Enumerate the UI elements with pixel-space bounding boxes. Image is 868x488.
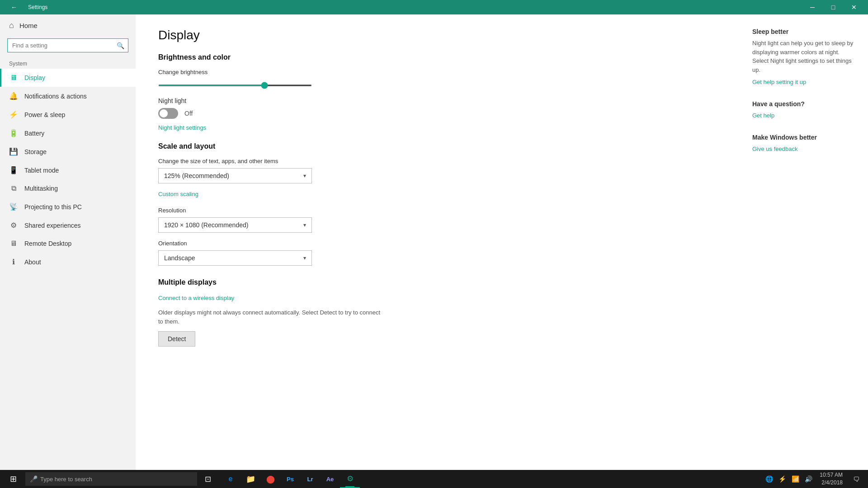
scale-section-title: Scale and layout	[158, 142, 719, 150]
night-light-toggle[interactable]	[158, 108, 178, 119]
taskbar-clock[interactable]: 10:57 AM 2/4/2018	[816, 471, 846, 487]
sidebar-item-remote[interactable]: 🖥 Remote Desktop	[0, 235, 136, 253]
notification-icon: 🗨	[853, 475, 860, 483]
resolution-dropdown[interactable]: 868 × 488 (Recommended) ▾	[158, 217, 312, 233]
detect-button[interactable]: Detect	[158, 331, 195, 347]
night-light-toggle-row: Off	[158, 108, 719, 119]
get-help-link[interactable]: Get help	[752, 112, 774, 119]
sidebar-item-multitasking-label: Multitasking	[24, 185, 58, 192]
sidebar-item-storage[interactable]: 💾 Storage	[0, 142, 136, 161]
night-light-state-label: Off	[184, 110, 193, 117]
main-content: Display Brightness and color Change brig…	[136, 14, 741, 470]
notification-center-button[interactable]: 🗨	[848, 470, 864, 488]
sidebar-item-about-label: About	[24, 258, 41, 266]
connect-wireless-link[interactable]: Connect to a wireless display	[158, 295, 234, 301]
brightness-section-title: Brightness and color	[158, 53, 719, 61]
page-title: Display	[158, 28, 719, 42]
sidebar-item-projecting[interactable]: 📡 Projecting to this PC	[0, 197, 136, 216]
titlebar-title: Settings	[28, 4, 47, 10]
scale-label: Change the size of text, apps, and other…	[158, 158, 719, 164]
close-button[interactable]: ✕	[844, 0, 864, 14]
taskbar: ⊞ 🎤 Type here to search ⊡ e 📁 ⬤ Ps Lr Ae…	[0, 470, 868, 488]
clock-date: 2/4/2018	[820, 479, 843, 487]
titlebar: ← Settings ─ □ ✕	[0, 0, 868, 14]
wifi-icon[interactable]: 📶	[790, 475, 801, 483]
edge-app[interactable]: e	[221, 470, 241, 488]
clock-time: 10:57 AM	[820, 471, 843, 479]
night-light-row: Night light	[158, 97, 719, 104]
sidebar-item-notifications[interactable]: 🔔 Notifications & actions	[0, 87, 136, 105]
orientation-dropdown-arrow: ▾	[303, 255, 306, 261]
search-box: 🔍	[7, 38, 128, 52]
minimize-button[interactable]: ─	[802, 0, 823, 14]
sidebar: ⌂ Home 🔍 System 🖥 Display 🔔 Notification…	[0, 14, 136, 470]
search-mic-icon: 🎤	[30, 475, 38, 483]
aftereffects-app[interactable]: Ae	[320, 470, 340, 488]
sidebar-item-battery-label: Battery	[24, 130, 44, 137]
sidebar-item-tablet-label: Tablet mode	[24, 167, 59, 174]
right-panel: Sleep better Night light can help you ge…	[741, 14, 868, 470]
sidebar-item-shared[interactable]: ⚙ Shared experiences	[0, 216, 136, 235]
home-icon: ⌂	[9, 21, 14, 30]
chrome-app[interactable]: ⬤	[260, 470, 280, 488]
start-button[interactable]: ⊞	[2, 470, 24, 488]
power-icon: ⚡	[9, 110, 18, 119]
app-body: ⌂ Home 🔍 System 🖥 Display 🔔 Notification…	[0, 14, 868, 470]
night-light-settings-link[interactable]: Night light settings	[158, 124, 206, 131]
sidebar-item-display[interactable]: 🖥 Display	[0, 69, 136, 87]
search-icon: 🔍	[113, 42, 128, 49]
bluetooth-icon[interactable]: ⚡	[777, 475, 788, 483]
windows-section: Make Windows better Give us feedback	[752, 134, 857, 153]
windows-title: Make Windows better	[752, 134, 857, 141]
brightness-slider[interactable]	[158, 84, 312, 86]
explorer-app[interactable]: 📁	[241, 470, 260, 488]
get-help-setting-link[interactable]: Get help setting it up	[752, 79, 806, 85]
taskbar-apps: e 📁 ⬤ Ps Lr Ae ⚙	[221, 470, 360, 488]
sidebar-item-display-label: Display	[24, 74, 45, 81]
storage-icon: 💾	[9, 147, 18, 156]
task-view-icon: ⊡	[205, 474, 211, 484]
orientation-dropdown[interactable]: Landscape ▾	[158, 250, 312, 266]
multiple-displays-section-title: Multiple displays	[158, 278, 719, 286]
sidebar-item-tablet[interactable]: 📱 Tablet mode	[0, 161, 136, 179]
back-button[interactable]: ←	[4, 0, 24, 14]
scale-dropdown[interactable]: 125% (Recommended) ▾	[158, 168, 312, 183]
network-icon[interactable]: 🌐	[764, 475, 775, 483]
sidebar-item-shared-label: Shared experiences	[24, 222, 81, 229]
taskbar-search-box[interactable]: 🎤 Type here to search	[25, 472, 197, 486]
resolution-dropdown-arrow: ▾	[303, 222, 306, 228]
search-input[interactable]	[8, 39, 113, 52]
sidebar-home-label: Home	[19, 22, 38, 29]
sleep-desc: Night light can help you get to sleep by…	[752, 39, 857, 74]
sidebar-home-button[interactable]: ⌂ Home	[0, 14, 136, 37]
night-light-label: Night light	[158, 97, 186, 104]
question-title: Have a question?	[752, 100, 857, 108]
lightroom-app[interactable]: Lr	[300, 470, 320, 488]
settings-app[interactable]: ⚙	[340, 470, 360, 488]
sidebar-item-projecting-label: Projecting to this PC	[24, 203, 82, 211]
custom-scaling-link[interactable]: Custom scaling	[158, 191, 198, 197]
brightness-label: Change brightness	[158, 69, 719, 75]
volume-icon[interactable]: 🔊	[803, 475, 814, 483]
maximize-button[interactable]: □	[823, 0, 844, 14]
task-view-button[interactable]: ⊡	[198, 470, 218, 488]
sidebar-item-notifications-label: Notifications & actions	[24, 93, 87, 100]
orientation-selected-value: Landscape	[164, 254, 195, 262]
sidebar-item-about[interactable]: ℹ About	[0, 253, 136, 271]
resolution-dropdown-container: 868 × 488 (Recommended) ▾	[158, 217, 312, 233]
sidebar-section-label: System	[0, 58, 136, 69]
older-displays-text: Older displays might not always connect …	[158, 308, 384, 326]
sidebar-item-multitasking[interactable]: ⧉ Multitasking	[0, 179, 136, 197]
give-feedback-link[interactable]: Give us feedback	[752, 145, 797, 152]
projecting-icon: 📡	[9, 202, 18, 211]
sidebar-item-battery[interactable]: 🔋 Battery	[0, 124, 136, 142]
orientation-dropdown-container: Landscape ▾	[158, 250, 312, 266]
sidebar-item-storage-label: Storage	[24, 148, 47, 155]
remote-icon: 🖥	[9, 239, 18, 248]
photoshop-app[interactable]: Ps	[280, 470, 300, 488]
taskbar-search-text: Type here to search	[40, 476, 92, 483]
sidebar-item-power[interactable]: ⚡ Power & sleep	[0, 105, 136, 124]
titlebar-left: ← Settings	[4, 0, 47, 14]
multitasking-icon: ⧉	[9, 184, 18, 192]
custom-scaling-link-container: Custom scaling	[158, 190, 719, 198]
